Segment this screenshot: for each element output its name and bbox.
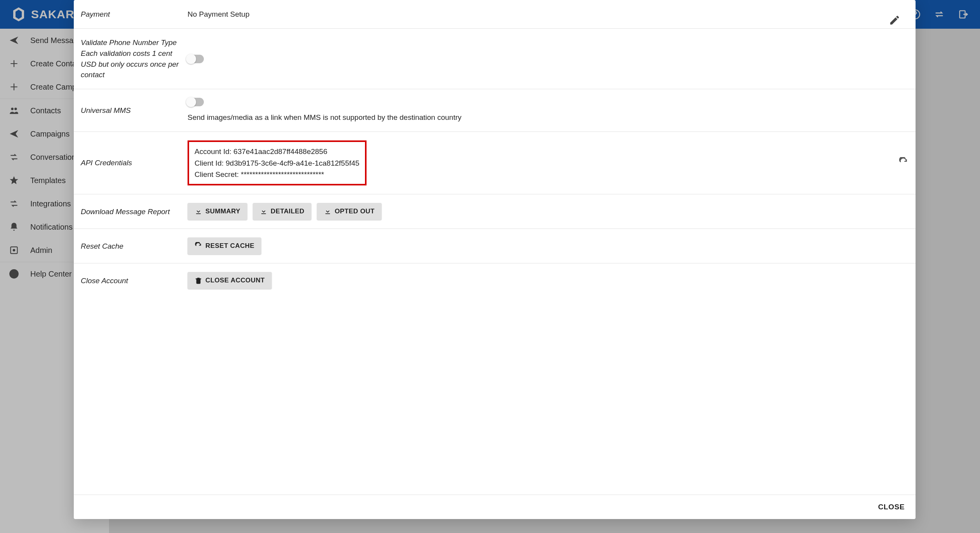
settings-row-download-report: Download Message Report SUMMARY DETAILED… xyxy=(74,194,916,229)
trash-icon xyxy=(195,277,202,284)
settings-row-payment: Payment No Payment Setup xyxy=(74,0,916,29)
download-icon xyxy=(260,208,268,215)
download-summary-button[interactable]: SUMMARY xyxy=(188,203,247,220)
close-account-button[interactable]: CLOSE ACCOUNT xyxy=(188,272,272,289)
row-label: Reset Cache xyxy=(81,241,188,252)
download-icon xyxy=(195,208,202,215)
settings-row-api-credentials: API Credentials Account Id: 637e41aac2d8… xyxy=(74,132,916,194)
client-id-line: Client Id: 9d3b9175-3c6e-4cf9-a41e-1ca81… xyxy=(195,157,360,169)
universal-mms-description: Send images/media as a link when MMS is … xyxy=(188,112,877,123)
close-modal-button[interactable]: CLOSE xyxy=(878,503,905,511)
row-label: Validate Phone Number Type Each validati… xyxy=(81,37,188,80)
settings-row-close-account: Close Account CLOSE ACCOUNT xyxy=(74,263,916,298)
row-label: Close Account xyxy=(81,275,188,286)
edit-button[interactable] xyxy=(886,12,903,29)
settings-row-universal-mms: Universal MMS Send images/media as a lin… xyxy=(74,89,916,132)
row-label: Universal MMS xyxy=(81,105,188,116)
download-opted-out-button[interactable]: OPTED OUT xyxy=(317,203,382,220)
client-secret-line: Client Secret: *************************… xyxy=(195,169,360,180)
row-value: No Payment Setup xyxy=(188,9,877,20)
refresh-icon xyxy=(195,242,202,250)
reset-cache-button[interactable]: RESET CACHE xyxy=(188,237,261,254)
row-label: Payment xyxy=(81,9,188,20)
refresh-credentials-button[interactable] xyxy=(898,157,909,169)
download-detailed-button[interactable]: DETAILED xyxy=(253,203,311,220)
settings-row-reset-cache: Reset Cache RESET CACHE xyxy=(74,229,916,263)
api-credentials-box: Account Id: 637e41aac2d87ff4488e2856 Cli… xyxy=(188,140,367,185)
row-label: API Credentials xyxy=(81,157,188,168)
universal-mms-toggle[interactable] xyxy=(188,98,204,106)
modal-body[interactable]: Payment No Payment Setup Validate Phone … xyxy=(74,0,916,495)
settings-modal: Payment No Payment Setup Validate Phone … xyxy=(74,0,916,519)
validate-phone-toggle[interactable] xyxy=(188,55,204,63)
row-label: Download Message Report xyxy=(81,206,188,217)
settings-row-validate-phone: Validate Phone Number Type Each validati… xyxy=(74,29,916,89)
download-icon xyxy=(324,208,332,215)
account-id-line: Account Id: 637e41aac2d87ff4488e2856 xyxy=(195,146,360,157)
modal-footer: CLOSE xyxy=(74,495,916,519)
